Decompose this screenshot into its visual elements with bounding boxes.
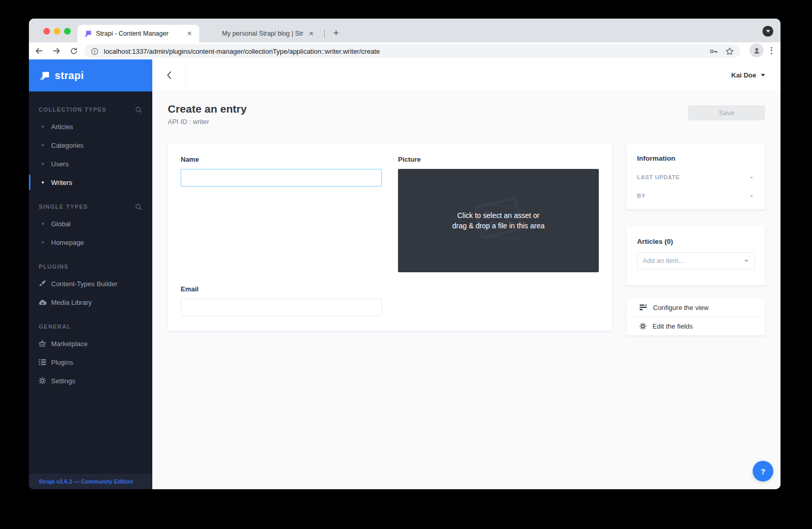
sidebar-item-categories[interactable]: Categories — [29, 136, 152, 154]
name-input[interactable] — [181, 169, 382, 186]
sidebar-item-articles[interactable]: Articles — [29, 117, 152, 136]
add-article-select[interactable]: Add an item... — [637, 252, 755, 269]
section-general: GENERAL — [29, 319, 152, 334]
sidebar-item-label: Settings — [51, 377, 75, 385]
view-links-card: Configure the view Edit the fields — [627, 298, 765, 335]
zoom-window-button[interactable] — [64, 28, 71, 35]
entry-form-card: Name Picture Click to select an asset or… — [168, 144, 612, 331]
picture-label: Picture — [398, 155, 421, 163]
edit-fields-link[interactable]: Edit the fields — [627, 317, 765, 335]
active-indicator — [29, 175, 30, 190]
new-tab-button[interactable]: + — [329, 27, 343, 40]
sidebar-item-label: Homepage — [51, 239, 84, 246]
sidebar: strapi COLLECTION TYPES Articles Categor… — [29, 59, 152, 489]
link-label: Edit the fields — [652, 322, 693, 330]
section-title: GENERAL — [39, 323, 71, 330]
user-menu[interactable]: Kai Doe — [731, 71, 781, 79]
brush-icon — [39, 280, 46, 287]
section-single-types: SINGLE TYPES — [29, 199, 152, 214]
layout-icon — [640, 304, 647, 310]
sidebar-nav: COLLECTION TYPES Articles Categories Use… — [29, 91, 152, 474]
save-button[interactable]: Save — [688, 105, 765, 120]
sidebar-item-media-library[interactable]: Media Library — [29, 293, 152, 312]
api-id-subtitle: API ID : writer — [168, 118, 209, 126]
sidebar-item-homepage[interactable]: Homepage — [29, 233, 152, 252]
sidebar-item-marketplace[interactable]: Marketplace — [29, 334, 152, 353]
tab-divider — [324, 29, 325, 38]
sidebar-item-label: Global — [51, 220, 71, 228]
sidebar-item-users[interactable]: Users — [29, 154, 152, 173]
section-plugins: PLUGINS — [29, 259, 152, 274]
chevron-down-icon — [744, 260, 749, 262]
admin-header: Kai Doe — [152, 59, 781, 91]
sidebar-item-label: Articles — [51, 123, 73, 131]
tab-title: My personal Strapi blog | Strap — [222, 30, 304, 37]
bullet-icon — [42, 163, 44, 165]
sidebar-item-global[interactable]: Global — [29, 214, 152, 233]
reload-button[interactable] — [66, 44, 82, 58]
page-title: Create an entry — [168, 103, 247, 115]
sidebar-item-label: Users — [51, 160, 69, 168]
sidebar-footer: Strapi v3.6.2 — Community Edition — [29, 474, 152, 489]
section-title: PLUGINS — [39, 263, 69, 270]
page-info-icon[interactable] — [91, 48, 99, 55]
name-label: Name — [181, 155, 199, 163]
search-icon[interactable] — [135, 106, 142, 113]
search-icon[interactable] — [135, 204, 142, 210]
profile-avatar[interactable] — [750, 43, 763, 57]
strapi-logo[interactable]: strapi — [29, 59, 152, 91]
link-label: Configure the view — [653, 304, 709, 312]
chevron-down-icon — [761, 74, 765, 76]
strapi-admin: strapi COLLECTION TYPES Articles Categor… — [29, 59, 781, 489]
tab-search-button[interactable] — [762, 26, 773, 37]
info-row-last-update: LAST UPDATE - — [637, 173, 753, 181]
section-title: COLLECTION TYPES — [39, 106, 106, 113]
browser-toolbar: localhost:1337/admin/plugins/content-man… — [29, 42, 781, 59]
minimize-window-button[interactable] — [54, 28, 60, 35]
picture-dropzone[interactable]: Click to select an asset or drag & drop … — [398, 169, 599, 272]
tab-strip: Strapi - Content Manager ✕ My personal S… — [29, 19, 781, 42]
email-input[interactable] — [181, 299, 382, 316]
go-back-button[interactable] — [152, 59, 186, 91]
forward-button[interactable] — [49, 44, 64, 58]
password-key-icon[interactable] — [709, 47, 718, 56]
sidebar-item-writers[interactable]: Writers — [29, 173, 152, 192]
configure-view-link[interactable]: Configure the view — [627, 298, 765, 317]
list-icon — [39, 359, 46, 365]
bullet-icon — [42, 144, 44, 146]
back-button[interactable] — [31, 44, 46, 58]
blog-favicon-icon — [210, 29, 218, 38]
sidebar-item-label: Writers — [51, 179, 72, 186]
browser-window: Strapi - Content Manager ✕ My personal S… — [29, 19, 781, 489]
articles-title: Articles (0) — [637, 238, 755, 245]
sidebar-item-label: Marketplace — [51, 340, 88, 348]
url-text[interactable]: localhost:1337/admin/plugins/content-man… — [104, 48, 709, 55]
tab-strapi-content-manager[interactable]: Strapi - Content Manager ✕ — [77, 25, 199, 42]
person-icon — [753, 46, 761, 55]
close-tab-icon[interactable]: ✕ — [185, 29, 194, 38]
bookmark-star-icon[interactable] — [725, 47, 734, 56]
section-collection-types: COLLECTION TYPES — [29, 102, 152, 117]
sidebar-item-content-types-builder[interactable]: Content-Types Builder — [29, 274, 152, 293]
close-window-button[interactable] — [43, 28, 50, 35]
dropzone-text: Click to select an asset or drag & drop … — [452, 210, 545, 231]
bullet-icon — [42, 241, 44, 243]
gear-icon — [39, 377, 46, 384]
bullet-icon — [42, 126, 44, 128]
bullet-icon — [42, 223, 44, 225]
tab-strapi-blog[interactable]: My personal Strapi blog | Strap ✕ — [203, 25, 321, 42]
sidebar-item-settings[interactable]: Settings — [29, 371, 152, 390]
close-tab-icon[interactable]: ✕ — [307, 29, 316, 38]
info-value: - — [751, 173, 753, 181]
sidebar-item-label: Media Library — [51, 299, 92, 306]
sidebar-item-label: Content-Types Builder — [51, 280, 118, 288]
browser-menu-button[interactable] — [767, 45, 776, 56]
help-button[interactable]: ? — [753, 461, 773, 481]
sidebar-item-plugins[interactable]: Plugins — [29, 353, 152, 371]
info-row-by: BY - — [637, 192, 753, 199]
address-bar[interactable]: localhost:1337/admin/plugins/content-man… — [85, 44, 740, 58]
info-label: BY — [637, 193, 645, 199]
strapi-version-link[interactable]: Strapi v3.6.2 — Community Edition — [39, 478, 133, 485]
info-label: LAST UPDATE — [637, 174, 680, 180]
section-title: SINGLE TYPES — [39, 204, 88, 210]
